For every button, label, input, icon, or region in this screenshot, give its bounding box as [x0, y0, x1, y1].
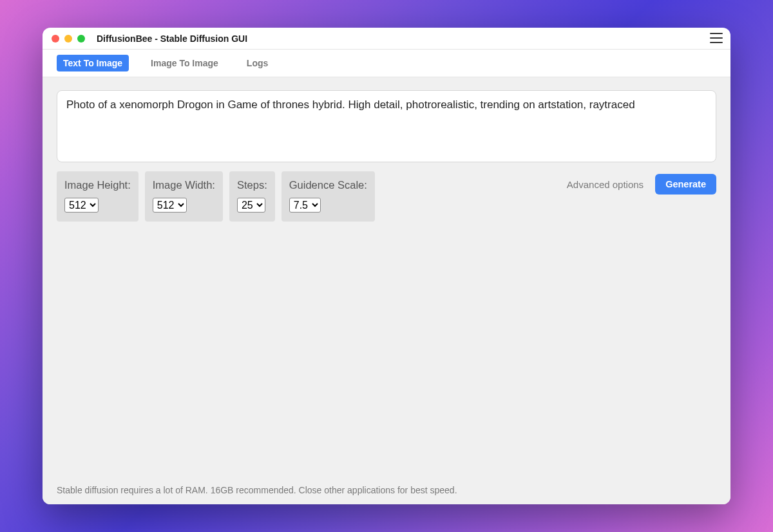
window-title: DiffusionBee - Stable Diffusion GUI — [97, 33, 247, 44]
hamburger-menu-icon[interactable] — [710, 33, 723, 43]
window-controls — [52, 35, 85, 43]
steps-label: Steps: — [237, 179, 267, 191]
minimize-icon[interactable] — [64, 35, 72, 43]
advanced-options-link[interactable]: Advanced options — [567, 179, 644, 190]
option-steps: Steps: 25 — [229, 171, 275, 222]
prompt-input[interactable] — [57, 90, 716, 162]
maximize-icon[interactable] — [77, 35, 85, 43]
options-row: Image Height: 512 Image Width: 512 Steps… — [57, 171, 716, 222]
generate-button[interactable]: Generate — [655, 174, 716, 195]
image-height-select[interactable]: 512 — [64, 198, 99, 213]
image-width-select[interactable]: 512 — [153, 198, 187, 213]
image-width-label: Image Width: — [153, 179, 215, 191]
tab-text-to-image[interactable]: Text To Image — [57, 55, 129, 71]
image-height-label: Image Height: — [64, 179, 131, 191]
guidance-scale-select[interactable]: 7.5 — [289, 198, 321, 213]
option-guidance-scale: Guidence Scale: 7.5 — [282, 171, 375, 222]
steps-select[interactable]: 25 — [237, 198, 265, 213]
option-image-height: Image Height: 512 — [57, 171, 138, 222]
tab-image-to-image[interactable]: Image To Image — [144, 55, 225, 71]
app-window: DiffusionBee - Stable Diffusion GUI Text… — [43, 28, 730, 504]
main-content: Image Height: 512 Image Width: 512 Steps… — [43, 77, 730, 504]
option-image-width: Image Width: 512 — [145, 171, 223, 222]
footer-note: Stable diffusion requires a lot of RAM. … — [57, 485, 716, 495]
tab-logs[interactable]: Logs — [240, 55, 274, 71]
close-icon[interactable] — [52, 35, 59, 43]
titlebar: DiffusionBee - Stable Diffusion GUI — [43, 28, 730, 50]
right-actions: Advanced options Generate — [567, 174, 716, 195]
tab-bar: Text To Image Image To Image Logs — [43, 50, 730, 77]
guidance-scale-label: Guidence Scale: — [289, 179, 367, 191]
